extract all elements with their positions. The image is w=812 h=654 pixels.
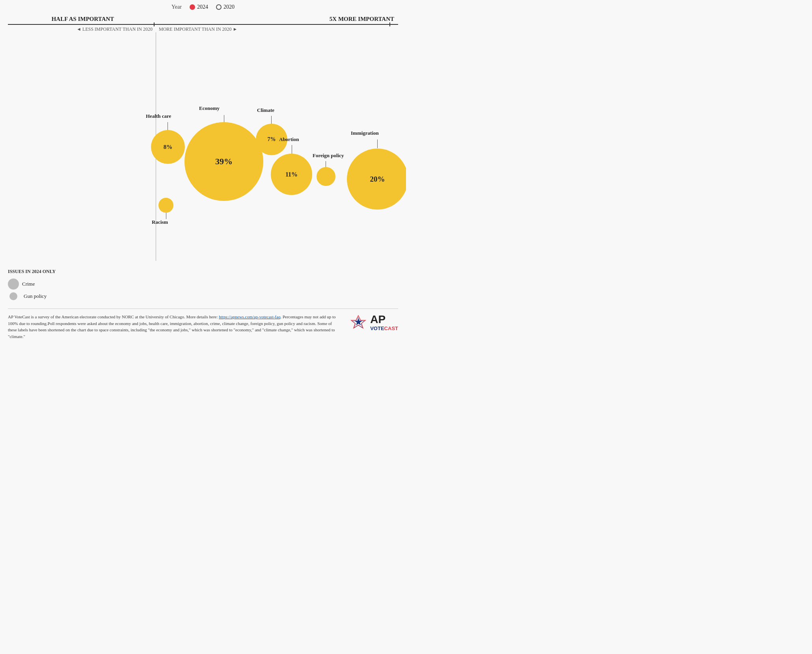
ap-logo-icon: ★	[350, 314, 367, 331]
abortion-bubble: 11%	[271, 154, 312, 195]
abortion-connector	[292, 145, 292, 154]
crime-label: Crime	[22, 281, 35, 287]
healthcare-bubble: 8%	[151, 130, 185, 164]
radio-2020-icon	[216, 4, 222, 10]
crime-bubble-icon	[8, 279, 19, 290]
footer-section: AP VoteCast is a survey of the American …	[8, 308, 398, 340]
issues-section: ISSUES IN 2024 ONLY Crime Gun policy	[8, 269, 398, 301]
racism-connector	[166, 213, 166, 219]
votecast-label: VOTECAST	[370, 326, 398, 331]
radio-2024-icon	[190, 4, 195, 10]
foreign-policy-connector	[326, 161, 326, 167]
year-2024-radio[interactable]: 2024	[190, 4, 208, 10]
ap-votecast-logo: ★ AP VOTECAST	[350, 314, 398, 331]
axis-label-half: HALF AS IMPORTANT	[8, 16, 158, 22]
footer-link[interactable]: https://apnews.com/ap-votecast-faq	[219, 314, 280, 319]
axis-bar	[8, 24, 398, 25]
axis-label-5x: 5X MORE IMPORTANT	[158, 16, 398, 22]
footer-text: AP VoteCast is a survey of the American …	[8, 314, 342, 340]
economy-bubble: 39%	[184, 122, 263, 201]
foreign-policy-bubble	[317, 167, 335, 186]
year-2020-radio[interactable]: 2020	[216, 4, 235, 10]
ap-logo-text: AP VOTECAST	[370, 314, 398, 331]
economy-label: Economy	[199, 105, 220, 111]
chart-header: HALF AS IMPORTANT 5X MORE IMPORTANT	[8, 16, 398, 22]
gun-policy-item: Gun policy	[8, 292, 398, 300]
climate-connector	[271, 116, 272, 124]
racism-bubble	[158, 198, 173, 213]
healthcare-label: Health care	[146, 113, 171, 119]
gun-policy-bubble-icon	[9, 292, 17, 300]
svg-text:★: ★	[354, 317, 363, 327]
year-2024-label: 2024	[197, 4, 208, 10]
gun-policy-label: Gun policy	[24, 293, 47, 299]
year-label: Year	[171, 4, 182, 10]
year-selector: Year 2024 2020	[8, 4, 398, 10]
year-2020-label: 2020	[223, 4, 235, 10]
dir-right-label: MORE IMPORTANT THAN IN 2020 ►	[156, 26, 398, 32]
healthcare-connector	[168, 122, 168, 131]
chart-area: Economy 39% Immigration 20% Abortion 11%…	[8, 32, 398, 261]
racism-label: Racism	[152, 219, 168, 225]
axis-tick-5x	[389, 22, 390, 26]
climate-label: Climate	[257, 107, 274, 113]
dir-left-label: ◄ LESS IMPORTANT THAN IN 2020	[8, 26, 156, 32]
immigration-bubble: 20%	[347, 149, 406, 210]
ap-label: AP	[370, 314, 398, 326]
issues-title: ISSUES IN 2024 ONLY	[8, 269, 398, 275]
immigration-connector	[377, 139, 378, 148]
immigration-label: Immigration	[351, 130, 379, 136]
crime-item: Crime	[8, 279, 398, 290]
axis-tick-half	[154, 22, 155, 26]
abortion-label: Abortion	[279, 136, 299, 143]
foreign-policy-label: Foreign policy	[313, 152, 344, 159]
direction-labels: ◄ LESS IMPORTANT THAN IN 2020 MORE IMPOR…	[8, 26, 398, 32]
